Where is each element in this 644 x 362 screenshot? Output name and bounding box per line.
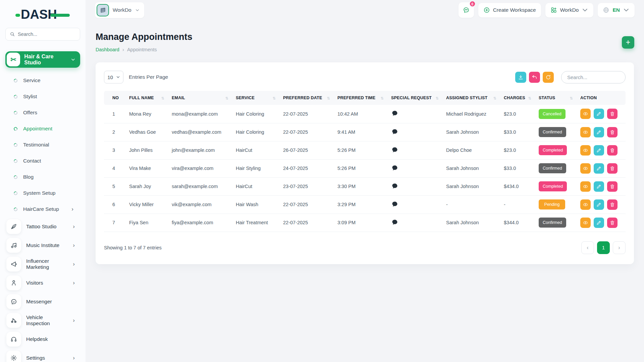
sort-icon[interactable]: ⇅: [327, 96, 330, 101]
column-header-special-request[interactable]: SPECIAL REQUEST⇅: [391, 91, 446, 105]
sidebar-item-tattoo-studio[interactable]: Tattoo Studio›: [0, 217, 86, 236]
sidebar-item-system-setup[interactable]: System Setup: [0, 185, 86, 201]
sidebar-item-service[interactable]: Service: [0, 72, 86, 88]
edit-button[interactable]: [594, 127, 604, 137]
create-workspace-button[interactable]: Create Workspace: [478, 3, 541, 17]
sort-icon[interactable]: ⇅: [161, 96, 164, 101]
delete-button[interactable]: [607, 145, 618, 156]
edit-button[interactable]: [594, 218, 604, 228]
previous-page-button[interactable]: ‹: [581, 241, 594, 254]
sidebar-item-helpdesk[interactable]: Helpdesk: [0, 330, 86, 349]
delete-button[interactable]: [607, 163, 618, 174]
cell-full-name: Vicky Miller: [129, 195, 172, 214]
special-request-button[interactable]: [391, 201, 398, 208]
eye-icon: [583, 147, 588, 153]
sort-icon[interactable]: ⇅: [528, 96, 531, 101]
edit-button[interactable]: [594, 199, 604, 210]
table-search-input[interactable]: [561, 71, 626, 83]
edit-button[interactable]: [594, 181, 604, 192]
sidebar-item-influencer-marketing[interactable]: Influencer Marketing›: [0, 255, 86, 274]
sidebar-item-label: Helpdesk: [26, 336, 48, 342]
entries-per-page-select[interactable]: 10: [104, 71, 123, 83]
sort-icon[interactable]: ⇅: [570, 96, 573, 101]
language-label: EN: [612, 7, 620, 13]
reset-button[interactable]: [529, 72, 540, 83]
view-button[interactable]: [580, 163, 591, 174]
export-download-button[interactable]: [515, 72, 526, 83]
bullet-icon: [13, 190, 18, 195]
sort-icon[interactable]: ⇅: [225, 96, 228, 101]
sidebar-item-stylist[interactable]: Stylist: [0, 88, 86, 105]
column-header-status[interactable]: STATUS⇅: [539, 91, 580, 105]
pencil-icon: [596, 129, 602, 135]
delete-button[interactable]: [607, 127, 618, 137]
workspace-pill-hair-care-studio[interactable]: ✂ Hair & Care Studio: [5, 51, 80, 68]
sidebar-item-testimonial[interactable]: Testimonial: [0, 137, 86, 153]
delete-button[interactable]: [607, 199, 618, 210]
sidebar-search-input[interactable]: [18, 32, 76, 37]
next-page-button[interactable]: ›: [613, 241, 626, 254]
sidebar-item-blog[interactable]: Blog: [0, 169, 86, 185]
edit-button[interactable]: [594, 145, 604, 156]
language-dropdown-button[interactable]: EN: [598, 3, 635, 17]
cell-service: HairCut: [236, 177, 283, 195]
edit-button[interactable]: [594, 163, 604, 174]
sidebar-item-offers[interactable]: Offers: [0, 105, 86, 121]
sidebar-item-label: Visitors: [26, 280, 43, 286]
sidebar-search[interactable]: [5, 28, 80, 41]
page-title: Manage Appointments: [96, 32, 193, 42]
sidebar-item-label: Testimonial: [23, 142, 49, 148]
add-appointment-button[interactable]: +: [622, 36, 634, 49]
column-header-full-name[interactable]: FULL NAME⇅: [129, 91, 172, 105]
delete-button[interactable]: [607, 218, 618, 228]
cell-preferred-time: 3:09 PM: [337, 214, 391, 232]
view-button[interactable]: [580, 127, 591, 137]
special-request-button[interactable]: [391, 183, 398, 190]
view-button[interactable]: [580, 181, 591, 192]
sidebar-item-music-institute[interactable]: Music Institute›: [0, 236, 86, 255]
special-request-button[interactable]: [391, 165, 398, 172]
column-header-service[interactable]: SERVICE⇅: [236, 91, 283, 105]
entries-per-page-label: Entries Per Page: [129, 74, 168, 80]
sort-icon[interactable]: ⇅: [273, 96, 276, 101]
sort-icon[interactable]: ⇅: [493, 96, 496, 101]
sort-icon[interactable]: ⇅: [381, 96, 384, 101]
page-number-button[interactable]: 1: [597, 241, 610, 254]
sidebar-item-vehicle-inspection[interactable]: Vehicle Inspection›: [0, 311, 86, 330]
bullet-icon: [13, 126, 18, 131]
sort-icon[interactable]: ⇅: [436, 96, 439, 101]
column-header-preferred-time[interactable]: PREFERRED TIME⇅: [337, 91, 391, 105]
apps-dropdown-button[interactable]: WorkDo: [545, 3, 594, 17]
cell-charges: $33.0: [504, 159, 539, 177]
showing-entries-text: Showing 1 to 7 of 7 entries: [104, 245, 162, 250]
sidebar-item-visitors[interactable]: Visitors›: [0, 274, 86, 292]
sidebar-item-messenger[interactable]: Messenger: [0, 292, 86, 311]
view-button[interactable]: [580, 109, 591, 119]
special-request-button[interactable]: [391, 128, 398, 136]
messages-button[interactable]: 0: [459, 2, 474, 18]
delete-button[interactable]: [607, 181, 618, 192]
pencil-icon: [596, 166, 602, 171]
column-header-email[interactable]: EMAIL⇅: [172, 91, 236, 105]
special-request-button[interactable]: [391, 146, 398, 154]
workspace-selector[interactable]: WorkDo: [95, 2, 144, 18]
view-button[interactable]: [580, 218, 591, 228]
sidebar-item-settings[interactable]: Settings›: [0, 349, 86, 362]
breadcrumb-dashboard-link[interactable]: Dashboard: [96, 47, 119, 52]
special-request-button[interactable]: [391, 110, 398, 117]
edit-button[interactable]: [594, 109, 604, 119]
refresh-button[interactable]: [543, 72, 554, 83]
delete-button[interactable]: [607, 109, 618, 119]
view-button[interactable]: [580, 145, 591, 156]
column-header-charges[interactable]: CHARGES⇅: [504, 91, 539, 105]
sidebar-item-label: System Setup: [23, 190, 56, 196]
column-header-label: STATUS: [539, 96, 555, 100]
sidebar-item-haircare-setup[interactable]: HairCare Setup›: [0, 201, 86, 217]
sidebar-item-appointment[interactable]: Appointment: [0, 121, 86, 137]
cell-preferred-date: 22-07-2025: [283, 195, 337, 214]
sidebar-item-contact[interactable]: Contact: [0, 153, 86, 169]
column-header-preferred-date[interactable]: PREFERRED DATE⇅: [283, 91, 337, 105]
special-request-button[interactable]: [391, 219, 398, 226]
view-button[interactable]: [580, 199, 591, 210]
column-header-assigned-stylist[interactable]: ASSIGNED STYLIST⇅: [446, 91, 504, 105]
